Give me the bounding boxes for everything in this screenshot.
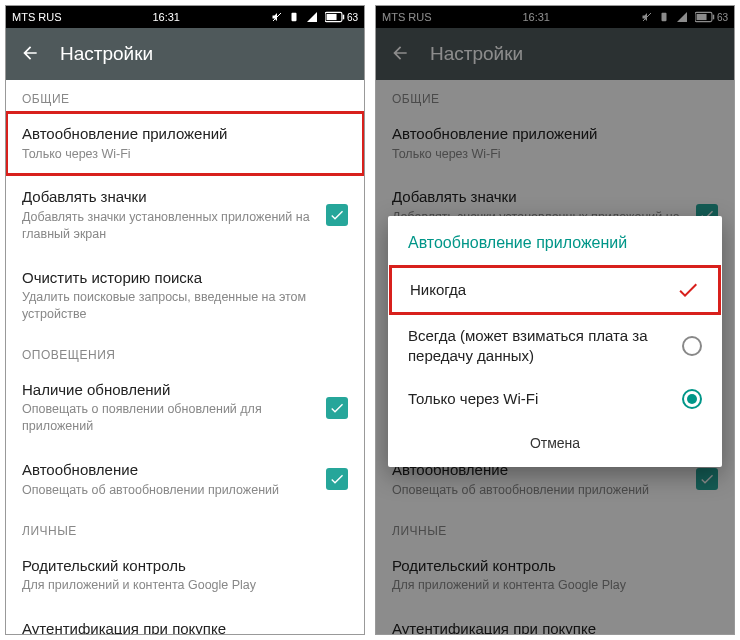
checkmark-icon: [676, 278, 700, 302]
svg-rect-3: [326, 14, 336, 20]
dialog-title: Автообновление приложений: [388, 216, 722, 266]
checkbox-checked-icon[interactable]: [326, 397, 348, 419]
row-autoupdate-apps[interactable]: Автообновление приложений Только через W…: [6, 112, 364, 175]
checkbox-checked-icon[interactable]: [326, 204, 348, 226]
radio-selected-icon[interactable]: [682, 389, 702, 409]
status-bar: MTS RUS 16:31 63: [6, 6, 364, 28]
row-has-updates[interactable]: Наличие обновлений Оповещать о появлении…: [6, 368, 364, 448]
row-title: Аутентификация при покупке: [22, 619, 348, 635]
settings-list: ОБЩИЕ Автообновление приложений Только ч…: [6, 80, 364, 635]
battery-pct: 63: [347, 12, 358, 23]
option-wifi[interactable]: Только через Wi-Fi: [388, 377, 722, 421]
svg-rect-1: [291, 13, 296, 21]
battery-icon: 63: [325, 11, 358, 23]
row-title: Очистить историю поиска: [22, 268, 348, 288]
back-icon[interactable]: [20, 43, 40, 66]
autoupdate-dialog: Автообновление приложений Никогда Всегда…: [388, 216, 722, 467]
row-title: Добавлять значки: [22, 187, 316, 207]
row-title: Родительский контроль: [22, 556, 348, 576]
appbar-title: Настройки: [60, 43, 153, 65]
section-general: ОБЩИЕ: [6, 80, 364, 112]
row-add-icons[interactable]: Добавлять значки Добавлять значки устано…: [6, 175, 364, 255]
row-sub: Оповещать об автообновлении приложений: [22, 482, 316, 499]
option-never[interactable]: Никогда: [390, 266, 720, 314]
cancel-button[interactable]: Отмена: [388, 421, 722, 467]
option-label: Никогда: [410, 280, 662, 300]
svg-rect-4: [343, 15, 345, 20]
row-clear-history[interactable]: Очистить историю поиска Удалить поисковы…: [6, 256, 364, 336]
option-always[interactable]: Всегда (может взиматься плата за передач…: [388, 314, 722, 377]
phone-right: MTS RUS 16:31 63 Настройки ОБЩИЕ: [375, 5, 735, 635]
status-time: 16:31: [152, 11, 180, 23]
row-sub: Для приложений и контента Google Play: [22, 577, 348, 594]
row-auth[interactable]: Аутентификация при покупке: [6, 607, 364, 635]
section-personal: ЛИЧНЫЕ: [6, 512, 364, 544]
phone-left: MTS RUS 16:31 63 Настройки ОБЩИЕ: [5, 5, 365, 635]
row-sub: Добавлять значки установленных приложени…: [22, 209, 316, 243]
sim-icon: [289, 11, 299, 23]
option-label: Всегда (может взиматься плата за передач…: [408, 326, 668, 365]
row-parental[interactable]: Родительский контроль Для приложений и к…: [6, 544, 364, 607]
row-sub: Оповещать о появлении обновлений для при…: [22, 401, 316, 435]
appbar: Настройки: [6, 28, 364, 80]
option-label: Только через Wi-Fi: [408, 389, 668, 409]
mute-icon: [271, 11, 283, 23]
row-title: Автообновление приложений: [22, 124, 348, 144]
checkbox-checked-icon[interactable]: [326, 468, 348, 490]
radio-unchecked-icon[interactable]: [682, 336, 702, 356]
row-sub: Только через Wi-Fi: [22, 146, 348, 163]
row-autoupdate-notif[interactable]: Автообновление Оповещать об автообновлен…: [6, 448, 364, 511]
carrier-label: MTS RUS: [12, 11, 62, 23]
section-notifications: ОПОВЕЩЕНИЯ: [6, 336, 364, 368]
row-sub: Удалить поисковые запросы, введенные на …: [22, 289, 348, 323]
row-title: Автообновление: [22, 460, 316, 480]
row-title: Наличие обновлений: [22, 380, 316, 400]
signal-icon: [305, 11, 319, 23]
